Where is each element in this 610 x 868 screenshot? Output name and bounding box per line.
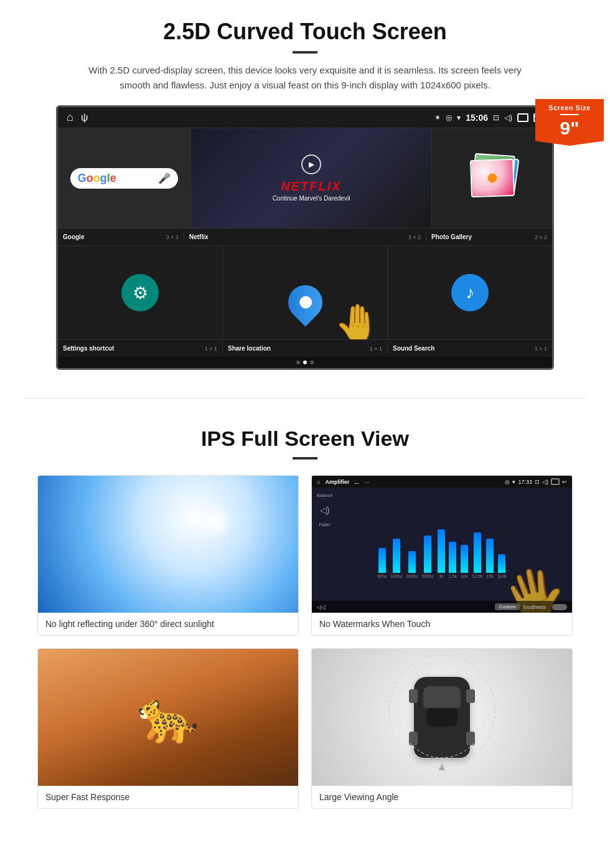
netflix-label-item: Netflix 3 × 2 — [184, 232, 426, 242]
feature-car: ▲ Large Viewing Angle — [311, 648, 573, 809]
hand-icon: 🤚 — [334, 301, 381, 339]
dot-2[interactable] — [303, 361, 307, 364]
gallery-label-item: Photo Gallery 2 × 2 — [426, 232, 552, 242]
photo-card-1 — [469, 159, 514, 197]
eq-bar-fill-3[interactable] — [408, 551, 416, 573]
eq-bar-fill-9[interactable] — [486, 539, 494, 573]
netflix-app-cell[interactable]: ▶ NETFLIX Continue Marvel's Daredevil — [191, 128, 432, 228]
car-image: ▲ — [312, 649, 572, 786]
photo-gallery-cell[interactable] — [432, 128, 552, 228]
dot-3[interactable] — [310, 361, 314, 364]
eq-bar-2: 100hz — [391, 539, 403, 578]
maps-pin-icon — [281, 278, 329, 326]
eq-bar-fill-1[interactable] — [378, 548, 386, 573]
cheetah-icon: 🐆 — [137, 688, 199, 747]
home-icon[interactable]: ⌂ — [67, 111, 73, 124]
sound-search-cell[interactable]: ♪ — [388, 246, 552, 339]
google-mic-icon[interactable]: 🎤 — [158, 172, 171, 184]
eq-bar-7: 10k — [461, 545, 468, 578]
netflix-play-button[interactable]: ▶ — [301, 154, 321, 174]
eq-bar-fill-2[interactable] — [393, 539, 400, 573]
badge-label: Screen Size — [542, 104, 598, 111]
bluetooth-icon: ✶ — [434, 113, 441, 122]
amp-header-left: ⌂ Amplifier ⚋ ··· — [317, 479, 369, 485]
feature-amplifier: ⌂ Amplifier ⚋ ··· ◎ ▾ 17:33 ⊡ ◁) ↩ — [311, 475, 573, 636]
eq-bar-fill-10[interactable] — [498, 554, 505, 573]
device-wrapper: Screen Size 9" ⌂ ψ ✶ ◎ ▾ 15:06 ⊡ ◁) — [56, 105, 554, 370]
wifi-icon: ▾ — [457, 113, 461, 122]
eq-bars-container: 60hz 100hz 200hz 500hz — [371, 529, 512, 578]
google-size: 3 × 1 — [166, 234, 179, 240]
sunlight-caption: No light reflecting under 360° direct su… — [38, 613, 298, 635]
sunlight-image — [38, 476, 298, 613]
section-ips: IPS Full Screen View No light reflecting… — [0, 414, 610, 828]
netflix-label: Netflix — [189, 234, 209, 240]
eq-bar-fill-7[interactable] — [461, 545, 468, 573]
eq-bar-fill-6[interactable] — [449, 542, 456, 573]
share-location-cell[interactable]: 🤚 — [223, 246, 388, 339]
app-row-bottom: ⚙ 🤚 ♪ — [58, 245, 552, 339]
amp-time: 17:33 — [518, 479, 532, 485]
settings-size: 1 × 1 — [205, 346, 217, 352]
amp-left-labels: Balance ◁) Fader — [317, 493, 332, 527]
photo-stack — [467, 153, 517, 203]
fader-label: Fader — [317, 522, 332, 527]
maps-pin-inner — [299, 296, 311, 308]
share-label-item: Share location 1 × 1 — [223, 344, 388, 353]
amplifier-image: ⌂ Amplifier ⚋ ··· ◎ ▾ 17:33 ⊡ ◁) ↩ — [312, 476, 572, 613]
sun-flare — [196, 503, 233, 540]
camera-icon: ⊡ — [493, 113, 499, 122]
settings-label-item: Settings shortcut 1 × 1 — [58, 344, 223, 353]
device-screen: ⌂ ψ ✶ ◎ ▾ 15:06 ⊡ ◁) — [56, 105, 554, 370]
cheetah-caption: Super Fast Response — [38, 786, 298, 808]
feature-cheetah: 🐆 Super Fast Response — [37, 648, 299, 809]
gallery-size: 2 × 2 — [535, 234, 547, 240]
amp-dots: ··· — [364, 479, 369, 485]
loudness-label: loudness — [523, 604, 546, 610]
section-curved-screen: 2.5D Curved Touch Screen With 2.5D curve… — [0, 0, 610, 382]
viewing-angle-svg — [380, 649, 504, 773]
balance-label: Balance — [317, 493, 332, 498]
eq-bar-1: 60hz — [377, 548, 387, 578]
car-diagram: ▲ — [414, 677, 470, 758]
feature-grid: No light reflecting under 360° direct su… — [37, 475, 573, 809]
eq-bar-9: 15k — [486, 539, 494, 578]
amp-home-icon: ⌂ — [317, 479, 320, 485]
svg-point-1 — [398, 664, 486, 758]
section2-title: IPS Full Screen View — [37, 427, 573, 451]
status-bar: ⌂ ψ ✶ ◎ ▾ 15:06 ⊡ ◁) — [58, 107, 552, 128]
settings-label: Settings shortcut — [63, 345, 114, 352]
amp-wifi-icon: ▾ — [512, 479, 515, 485]
amp-header: ⌂ Amplifier ⚋ ··· ◎ ▾ 17:33 ⊡ ◁) ↩ — [312, 476, 572, 488]
amp-camera-icon: ⊡ — [535, 479, 540, 485]
amp-nav-icons: ◁◁ — [317, 604, 326, 610]
volume-icon: ◁) — [504, 113, 512, 122]
badge-size: 9" — [542, 118, 598, 138]
app-row-top: Google 🎤 ▶ NETFLIX Continue Marvel's Dar… — [58, 128, 552, 228]
eq-bar-fill-8[interactable] — [474, 532, 481, 573]
custom-btn[interactable]: Custom — [495, 603, 520, 610]
svg-point-0 — [389, 655, 495, 767]
labels-row-bottom: Settings shortcut 1 × 1 Share location 1… — [58, 339, 552, 357]
amplifier-caption: No Watermarks When Touch — [312, 613, 572, 635]
share-size: 1 × 1 — [370, 346, 382, 352]
share-label: Share location — [228, 345, 271, 352]
loudness-toggle[interactable] — [552, 604, 567, 610]
status-left: ⌂ ψ — [67, 111, 88, 124]
eq-bar-fill-4[interactable] — [424, 535, 431, 573]
dot-1[interactable] — [296, 361, 300, 364]
car-caption: Large Viewing Angle — [312, 786, 572, 808]
amp-eq-icon: ⚋ — [354, 479, 359, 485]
status-right: ✶ ◎ ▾ 15:06 ⊡ ◁) — [434, 113, 543, 123]
feature-sunlight: No light reflecting under 360° direct su… — [37, 475, 299, 636]
settings-app-cell[interactable]: ⚙ — [58, 246, 223, 339]
amp-bottom-bar: ◁◁ Custom loudness — [312, 601, 572, 613]
google-logo: Google — [78, 172, 116, 185]
amp-controls: Custom loudness — [495, 603, 567, 610]
eq-bar-fill-5[interactable] — [438, 529, 445, 573]
google-search-bar[interactable]: Google 🎤 — [70, 168, 179, 189]
sound-label: Sound Search — [393, 345, 434, 352]
google-app-cell[interactable]: Google 🎤 — [58, 128, 191, 228]
google-label-item: Google 3 × 1 — [58, 232, 184, 242]
netflix-subtitle: Continue Marvel's Daredevil — [273, 195, 350, 202]
